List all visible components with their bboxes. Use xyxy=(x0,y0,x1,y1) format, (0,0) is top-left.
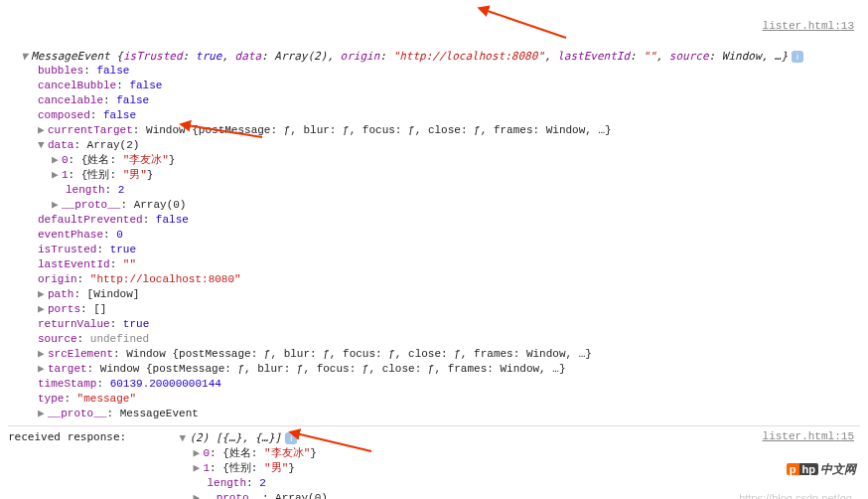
source-link-1[interactable]: lister.html:13 xyxy=(8,4,860,34)
prop-eventphase[interactable]: eventPhase: 0 xyxy=(8,228,860,243)
prop-composed[interactable]: composed: false xyxy=(8,108,860,123)
resp-item-1[interactable]: ▶1: {性别: "男"} xyxy=(179,461,327,476)
chevron-right-icon[interactable]: ▶ xyxy=(193,461,203,476)
chevron-right-icon[interactable]: ▶ xyxy=(38,287,48,302)
separator xyxy=(8,425,860,426)
prop-target[interactable]: ▶target: Window {postMessage: ƒ, blur: ƒ… xyxy=(8,362,860,377)
data-proto[interactable]: ▶__proto__: Array(0) xyxy=(8,198,860,213)
chevron-right-icon[interactable]: ▶ xyxy=(38,347,48,362)
watermark-logo: php中文网 xyxy=(787,461,856,478)
received-response[interactable]: received response: ▼(2) [{…}, {…}]i ▶0: … xyxy=(8,430,763,499)
prop-proto[interactable]: ▶__proto__: MessageEvent xyxy=(8,407,860,421)
chevron-right-icon[interactable]: ▶ xyxy=(193,491,203,499)
chevron-right-icon[interactable]: ▶ xyxy=(193,446,203,461)
message-event-header[interactable]: ▼MessageEvent {isTrusted: true, data: Ar… xyxy=(8,34,860,64)
prop-currenttarget[interactable]: ▶currentTarget: Window {postMessage: ƒ, … xyxy=(8,123,860,138)
prop-defaultprevented[interactable]: defaultPrevented: false xyxy=(8,213,860,228)
chevron-down-icon[interactable]: ▼ xyxy=(179,431,189,446)
prop-timestamp[interactable]: timeStamp: 60139.20000000144 xyxy=(8,377,860,392)
response-label: received response: xyxy=(8,430,179,443)
resp-length: length: 2 xyxy=(179,476,327,491)
resp-proto[interactable]: ▶__proto__: Array(0) xyxy=(179,491,327,499)
prop-srcelement[interactable]: ▶srcElement: Window {postMessage: ƒ, blu… xyxy=(8,347,860,362)
resp-item-0[interactable]: ▶0: {姓名: "李友冰"} xyxy=(179,446,327,461)
prop-returnvalue[interactable]: returnValue: true xyxy=(8,317,860,332)
prop-cancelbubble[interactable]: cancelBubble: false xyxy=(8,79,860,93)
info-icon[interactable]: i xyxy=(285,432,297,444)
chevron-right-icon[interactable]: ▶ xyxy=(52,153,62,168)
prop-data[interactable]: ▼data: Array(2) xyxy=(8,138,860,153)
source-link-2[interactable]: lister.html:15 xyxy=(763,430,854,442)
chevron-right-icon[interactable]: ▶ xyxy=(52,198,62,213)
prop-lasteventid[interactable]: lastEventId: "" xyxy=(8,257,860,272)
chevron-right-icon[interactable]: ▶ xyxy=(52,168,62,183)
chevron-down-icon[interactable]: ▼ xyxy=(21,49,31,64)
prop-cancelable[interactable]: cancelable: false xyxy=(8,93,860,108)
prop-bubbles[interactable]: bubbles: false xyxy=(8,64,860,79)
prop-origin[interactable]: origin: "http://localhost:8080" xyxy=(8,272,860,287)
prop-type[interactable]: type: "message" xyxy=(8,392,860,407)
prop-ports[interactable]: ▶ports: [] xyxy=(8,302,860,317)
prop-istrusted[interactable]: isTrusted: true xyxy=(8,243,860,257)
data-item-0[interactable]: ▶0: {姓名: "李友冰"} xyxy=(8,153,860,168)
watermark-text: https://blog.csdn.net/qq_ xyxy=(739,492,858,499)
chevron-right-icon[interactable]: ▶ xyxy=(38,123,48,138)
data-length: length: 2 xyxy=(8,183,860,198)
chevron-down-icon[interactable]: ▼ xyxy=(38,138,48,153)
prop-path[interactable]: ▶path: [Window] xyxy=(8,287,860,302)
chevron-right-icon[interactable]: ▶ xyxy=(38,302,48,317)
chevron-right-icon[interactable]: ▶ xyxy=(38,362,48,377)
info-icon[interactable]: i xyxy=(792,51,803,63)
data-item-1[interactable]: ▶1: {性别: "男"} xyxy=(8,168,860,183)
prop-source[interactable]: source: undefined xyxy=(8,332,860,347)
chevron-right-icon[interactable]: ▶ xyxy=(38,407,48,421)
